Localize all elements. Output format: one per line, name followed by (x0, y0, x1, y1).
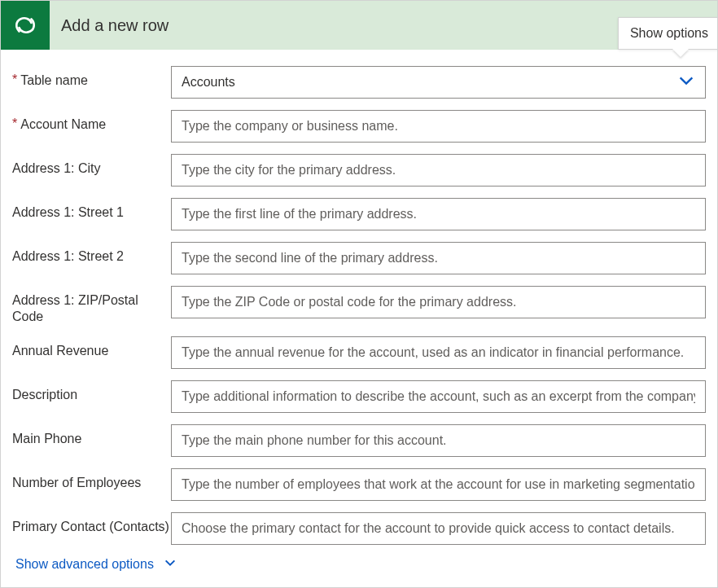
label-main-phone: Main Phone (12, 424, 171, 447)
account-name-input[interactable] (182, 119, 695, 134)
form-row-address-street2: Address 1: Street 2 (12, 242, 706, 274)
show-options-button[interactable]: Show options (618, 17, 718, 50)
form-row-address-street1: Address 1: Street 1 (12, 198, 706, 230)
main-phone-input[interactable] (182, 433, 695, 448)
form-row-address-city: Address 1: City (12, 154, 706, 186)
label-description: Description (12, 380, 171, 403)
label-primary-contact: Primary Contact (Contacts) (12, 512, 171, 535)
label-address-street2: Address 1: Street 2 (12, 242, 171, 265)
form-body: * Table name Accounts * Account Name (1, 50, 717, 573)
label-address-city: Address 1: City (12, 154, 171, 177)
form-row-description: Description (12, 380, 706, 413)
table-name-value: Accounts (182, 75, 695, 90)
dataverse-icon (11, 11, 40, 40)
show-advanced-options-label: Show advanced options (15, 557, 154, 572)
dataverse-logo (1, 1, 50, 50)
label-address-zip: Address 1: ZIP/Postal Code (12, 286, 171, 325)
form-row-account-name: * Account Name (12, 110, 706, 143)
address-street1-input[interactable] (182, 207, 695, 222)
form-row-annual-revenue: Annual Revenue (12, 336, 706, 369)
required-asterisk: * (12, 116, 17, 131)
description-input[interactable] (182, 389, 695, 404)
chevron-down-icon (164, 556, 177, 573)
address-city-input[interactable] (182, 163, 695, 178)
label-address-street1: Address 1: Street 1 (12, 198, 171, 221)
annual-revenue-input[interactable] (182, 345, 695, 360)
form-row-num-employees: Number of Employees (12, 468, 706, 501)
label-account-name: * Account Name (12, 110, 171, 133)
show-advanced-options-link[interactable]: Show advanced options (15, 556, 706, 573)
address-zip-input[interactable] (182, 295, 695, 309)
label-annual-revenue: Annual Revenue (12, 336, 171, 359)
label-num-employees: Number of Employees (12, 468, 171, 491)
chevron-down-icon (677, 72, 695, 93)
card-header: Add a new row Show options (1, 1, 717, 50)
form-row-primary-contact: Primary Contact (Contacts) (12, 512, 706, 545)
form-row-table-name: * Table name Accounts (12, 66, 706, 99)
label-table-name: * Table name (12, 66, 171, 89)
num-employees-input[interactable] (182, 477, 695, 492)
table-name-select[interactable]: Accounts (171, 66, 706, 99)
card-title: Add a new row (61, 16, 169, 35)
form-row-main-phone: Main Phone (12, 424, 706, 457)
address-street2-input[interactable] (182, 251, 695, 265)
form-row-address-zip: Address 1: ZIP/Postal Code (12, 286, 706, 325)
required-asterisk: * (12, 72, 17, 87)
primary-contact-input[interactable] (182, 521, 695, 536)
